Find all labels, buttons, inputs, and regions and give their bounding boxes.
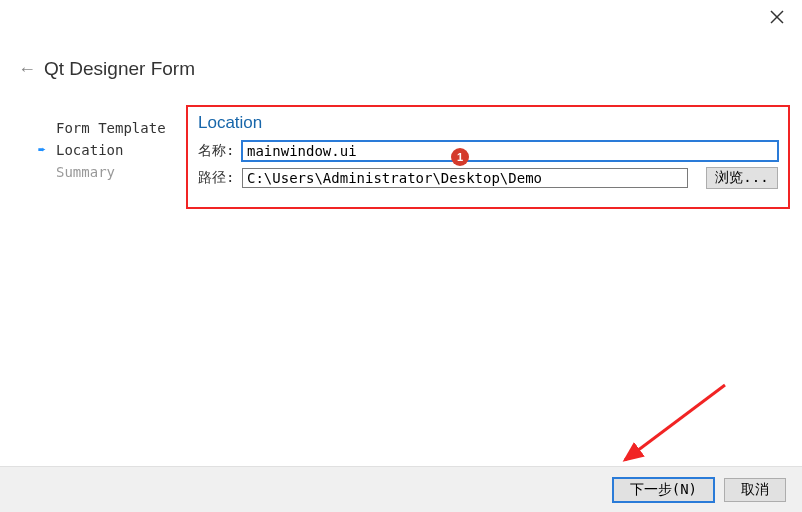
header: ← Qt Designer Form xyxy=(18,58,195,80)
name-label: 名称: xyxy=(198,142,242,160)
bottom-bar: 下一步(N) 取消 xyxy=(0,466,802,512)
close-icon xyxy=(770,10,784,24)
browse-button[interactable]: 浏览... xyxy=(706,167,778,189)
sidebar-item-label: Form Template xyxy=(56,117,166,139)
annotation-marker-1: 1 xyxy=(451,148,469,166)
path-input[interactable] xyxy=(242,168,688,188)
location-panel: Location 名称: 路径: 浏览... xyxy=(186,105,790,209)
wizard-steps: ➨ Form Template ➨ Location ➨ Summary xyxy=(38,117,166,183)
next-button[interactable]: 下一步(N) xyxy=(613,478,714,502)
path-label: 路径: xyxy=(198,169,242,187)
sidebar-item-label: Summary xyxy=(56,161,115,183)
sidebar-item-label: Location xyxy=(56,139,123,161)
cancel-button[interactable]: 取消 xyxy=(724,478,786,502)
name-input[interactable] xyxy=(242,141,778,161)
back-arrow-icon[interactable]: ← xyxy=(18,59,36,80)
name-row: 名称: xyxy=(198,141,778,161)
step-arrow-icon: ➨ xyxy=(38,139,52,161)
sidebar-item-summary[interactable]: ➨ Summary xyxy=(38,161,166,183)
page-title: Qt Designer Form xyxy=(44,58,195,80)
svg-line-2 xyxy=(625,385,725,460)
path-row: 路径: 浏览... xyxy=(198,167,778,189)
close-button[interactable] xyxy=(770,8,784,29)
location-title: Location xyxy=(198,113,778,133)
sidebar-item-form-template[interactable]: ➨ Form Template xyxy=(38,117,166,139)
sidebar-item-location[interactable]: ➨ Location xyxy=(38,139,166,161)
annotation-arrow-icon xyxy=(610,380,740,470)
